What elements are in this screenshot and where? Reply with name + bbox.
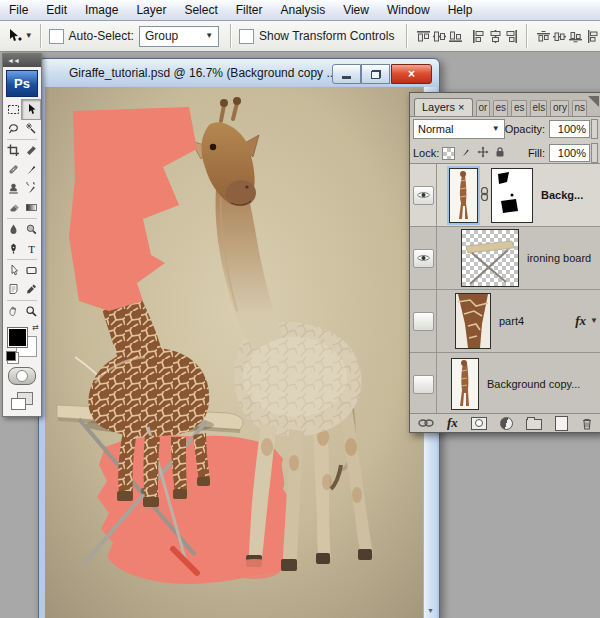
dodge-tool[interactable] bbox=[22, 220, 40, 239]
default-colors-icon[interactable] bbox=[6, 351, 16, 361]
align-bottom-edges-icon[interactable] bbox=[448, 26, 464, 47]
layer-effects-badge[interactable]: fx bbox=[575, 313, 586, 329]
eyedropper-tool[interactable] bbox=[22, 280, 40, 299]
layer-thumbnail[interactable] bbox=[451, 358, 479, 410]
layer-thumbnail[interactable] bbox=[461, 229, 519, 287]
layer-name[interactable]: part4 bbox=[499, 315, 524, 327]
restore-button[interactable] bbox=[361, 64, 390, 84]
layer-thumbnail[interactable] bbox=[455, 293, 491, 349]
menu-view[interactable]: View bbox=[334, 0, 378, 20]
magic-wand-tool[interactable] bbox=[22, 119, 40, 138]
new-layer-icon[interactable] bbox=[555, 416, 568, 430]
type-tool[interactable]: T bbox=[22, 239, 40, 258]
link-layers-icon[interactable] bbox=[418, 416, 434, 430]
eraser-tool[interactable] bbox=[4, 198, 22, 217]
move-tool[interactable] bbox=[22, 100, 40, 119]
distribute-top-edges-icon[interactable] bbox=[535, 26, 551, 47]
hand-tool[interactable] bbox=[4, 302, 22, 321]
menu-layer[interactable]: Layer bbox=[127, 0, 175, 20]
align-horizontal-centers-icon[interactable] bbox=[487, 26, 503, 47]
tool-preset-caret[interactable]: ▼ bbox=[25, 32, 33, 40]
path-selection-tool[interactable] bbox=[4, 261, 22, 280]
lasso-tool[interactable] bbox=[4, 119, 22, 138]
foreground-color-swatch[interactable] bbox=[7, 327, 28, 348]
layer-row-background-masked[interactable]: Backg... bbox=[410, 164, 600, 227]
menu-analysis[interactable]: Analysis bbox=[271, 0, 334, 20]
scroll-down-icon[interactable]: ▼ bbox=[424, 604, 437, 617]
lock-all-icon[interactable] bbox=[494, 146, 506, 160]
panel-collapse-icon[interactable] bbox=[588, 96, 599, 107]
tab-hidden-1[interactable]: or bbox=[476, 100, 490, 116]
blur-tool[interactable] bbox=[4, 220, 22, 239]
rectangular-marquee-tool[interactable] bbox=[4, 100, 22, 119]
layer-style-icon[interactable]: fx bbox=[447, 416, 458, 430]
shape-tool[interactable] bbox=[22, 261, 40, 280]
auto-select-checkbox[interactable] bbox=[49, 29, 64, 44]
lock-transparency-icon[interactable] bbox=[442, 147, 455, 160]
align-left-edges-icon[interactable] bbox=[471, 26, 487, 47]
layer-thumbnail[interactable] bbox=[449, 168, 478, 223]
brush-tool[interactable] bbox=[22, 160, 40, 179]
tab-hidden-2[interactable]: es bbox=[493, 100, 509, 116]
distribute-left-edges-icon[interactable] bbox=[584, 26, 600, 47]
menu-edit[interactable]: Edit bbox=[37, 0, 76, 20]
opacity-value[interactable]: 100% bbox=[549, 120, 590, 138]
menu-window[interactable]: Window bbox=[378, 0, 439, 20]
quick-mask-button[interactable] bbox=[8, 367, 36, 385]
swap-colors-icon[interactable]: ⇄ bbox=[32, 323, 39, 332]
layer-name[interactable]: ironing board bbox=[527, 252, 591, 264]
align-vertical-centers-icon[interactable] bbox=[431, 26, 447, 47]
align-top-edges-icon[interactable] bbox=[415, 26, 431, 47]
minimize-button[interactable] bbox=[332, 64, 361, 84]
menu-help[interactable]: Help bbox=[439, 0, 482, 20]
auto-select-group-dropdown[interactable]: Group ▼ bbox=[139, 26, 219, 47]
menu-filter[interactable]: Filter bbox=[227, 0, 272, 20]
layer-row-part4[interactable]: part4 fx ▼ bbox=[410, 290, 600, 353]
visibility-toggle-empty[interactable] bbox=[413, 375, 434, 394]
fill-value[interactable]: 100% bbox=[549, 144, 590, 162]
history-brush-tool[interactable] bbox=[22, 179, 40, 198]
lock-pixels-icon[interactable] bbox=[460, 146, 472, 160]
delete-layer-icon[interactable] bbox=[581, 416, 593, 430]
gradient-tool[interactable] bbox=[22, 198, 40, 217]
layer-name[interactable]: Background copy... bbox=[487, 378, 580, 390]
opacity-spinner[interactable] bbox=[591, 119, 598, 139]
add-layer-mask-icon[interactable] bbox=[471, 417, 487, 430]
clone-stamp-tool[interactable] bbox=[4, 179, 22, 198]
canvas-area[interactable] bbox=[45, 87, 425, 618]
layer-name[interactable]: Backg... bbox=[541, 189, 583, 201]
tab-hidden-6[interactable]: ns bbox=[572, 100, 588, 116]
tab-hidden-3[interactable]: es bbox=[511, 100, 527, 116]
fill-spinner[interactable] bbox=[591, 143, 598, 163]
visibility-toggle-empty[interactable] bbox=[413, 312, 434, 331]
new-adjustment-layer-icon[interactable] bbox=[500, 416, 513, 430]
tab-layers[interactable]: Layers × bbox=[414, 98, 473, 116]
crop-tool[interactable] bbox=[4, 141, 22, 160]
align-right-edges-icon[interactable] bbox=[503, 26, 519, 47]
screen-mode-button[interactable] bbox=[11, 392, 33, 410]
tab-hidden-5[interactable]: ory bbox=[550, 100, 569, 116]
slice-tool[interactable] bbox=[22, 141, 40, 160]
layer-row-background-copy[interactable]: Background copy... bbox=[410, 353, 600, 414]
lock-position-icon[interactable] bbox=[477, 146, 489, 160]
new-group-icon[interactable] bbox=[526, 416, 542, 430]
menu-select[interactable]: Select bbox=[175, 0, 226, 20]
effects-chevron-icon[interactable]: ▼ bbox=[590, 317, 598, 325]
pen-tool[interactable] bbox=[4, 239, 22, 258]
distribute-bottom-edges-icon[interactable] bbox=[568, 26, 584, 47]
visibility-toggle[interactable] bbox=[413, 186, 434, 205]
menu-image[interactable]: Image bbox=[76, 0, 127, 20]
close-button[interactable]: × bbox=[391, 64, 432, 84]
toolbox-collapse[interactable]: ◄◄ bbox=[3, 54, 41, 67]
healing-brush-tool[interactable] bbox=[4, 160, 22, 179]
layer-mask-thumbnail[interactable] bbox=[491, 168, 533, 223]
menu-file[interactable]: File bbox=[0, 0, 37, 20]
tab-hidden-4[interactable]: els bbox=[530, 100, 548, 116]
show-transform-checkbox[interactable] bbox=[239, 29, 254, 44]
distribute-vertical-centers-icon[interactable] bbox=[551, 26, 567, 47]
notes-tool[interactable] bbox=[4, 280, 22, 299]
visibility-toggle[interactable] bbox=[413, 249, 434, 268]
layer-row-ironing-board[interactable]: ironing board bbox=[410, 227, 600, 290]
zoom-tool[interactable] bbox=[22, 302, 40, 321]
blend-mode-dropdown[interactable]: Normal ▼ bbox=[413, 119, 505, 139]
